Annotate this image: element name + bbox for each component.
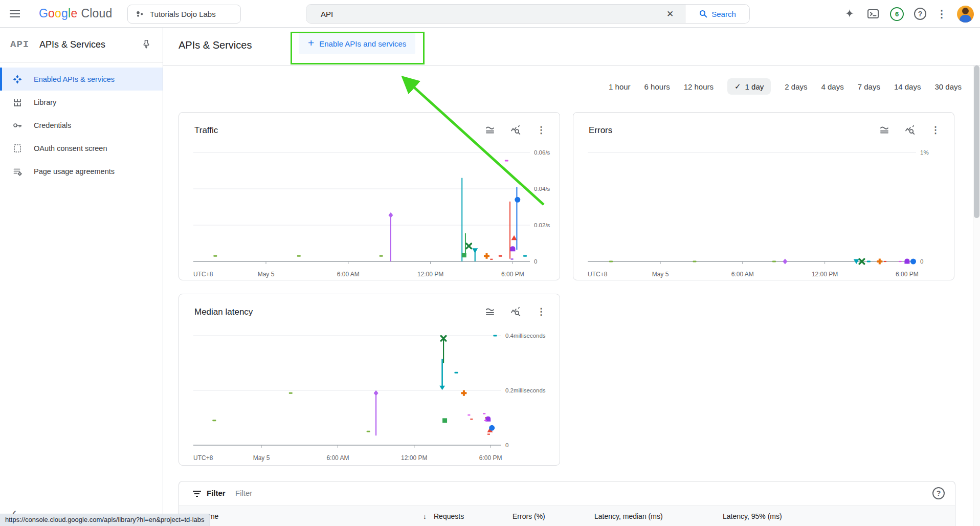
sidebar-item-enabled-apis[interactable]: Enabled APIs & services <box>0 68 163 91</box>
errors-card: Errors ⋮ 01%UTC+8May 56:00 AM12:00 PM6:0… <box>573 112 954 280</box>
pin-icon[interactable] <box>141 39 151 49</box>
time-range-14-days[interactable]: 14 days <box>894 82 921 91</box>
time-range-30-days[interactable]: 30 days <box>934 82 962 91</box>
sidebar-item-oauth[interactable]: OAuth consent screen <box>0 137 163 160</box>
search-icon <box>699 9 708 18</box>
avatar-image <box>962 8 969 14</box>
sidebar-item-label: OAuth consent screen <box>34 144 107 152</box>
time-range-1-hour[interactable]: 1 hour <box>609 82 631 91</box>
api-logo: API <box>10 39 29 50</box>
status-url-tooltip: https://console.cloud.google.com/apis/li… <box>0 514 210 526</box>
column-latency-median[interactable]: Latency, median (ms) <box>594 512 663 520</box>
sidebar-nav: Enabled APIs & services Library Credenti… <box>0 62 163 183</box>
sidebar-title: APIs & Services <box>39 39 105 50</box>
main-header: APIs & Services <box>163 28 980 65</box>
svg-text:6:00 AM: 6:00 AM <box>326 454 349 462</box>
api-table-section: Filter Filter ? Name ↓ Requests Errors (… <box>179 481 955 526</box>
sidebar-item-label: Library <box>34 98 56 106</box>
search-value: API <box>321 10 662 18</box>
agreements-icon <box>12 166 23 177</box>
svg-text:UTC+8: UTC+8 <box>193 271 213 278</box>
page-title: APIs & Services <box>179 39 252 51</box>
median-latency-chart: 00.2milliseconds0.4millisecondsUTC+8May … <box>179 294 560 465</box>
table-help-icon[interactable]: ? <box>932 487 945 499</box>
library-icon <box>12 97 23 107</box>
google-wordmark: Google <box>39 7 77 20</box>
errors-chart: 01%UTC+8May 56:00 AM12:00 PM6:00 PM <box>573 113 954 280</box>
avatar[interactable] <box>957 6 974 23</box>
sidebar-item-label: Credentials <box>34 121 71 129</box>
svg-text:0.06/s: 0.06/s <box>534 149 550 156</box>
column-latency-95[interactable]: Latency, 95% (ms) <box>723 512 782 520</box>
svg-text:May 5: May 5 <box>258 271 275 278</box>
project-icon <box>135 9 145 19</box>
gemini-sparkle-icon[interactable] <box>843 7 856 20</box>
time-range-2-days[interactable]: 2 days <box>785 82 807 91</box>
table-header: Name ↓ Requests Errors (%) Latency, medi… <box>179 506 955 526</box>
search-button[interactable]: Search <box>685 5 749 23</box>
median-latency-card: Median latency ⋮ 00.2milliseconds0.4mill… <box>179 294 560 466</box>
project-selector[interactable]: Tutorials Dojo Labs <box>127 5 241 24</box>
svg-text:0.04/s: 0.04/s <box>534 186 550 192</box>
search-input[interactable]: API ✕ <box>306 5 685 23</box>
time-range-12-hours[interactable]: 12 hours <box>684 82 714 91</box>
svg-text:0: 0 <box>534 258 537 265</box>
filter-input[interactable]: Filter <box>235 489 252 497</box>
svg-text:12:00 PM: 12:00 PM <box>812 271 838 278</box>
sidebar-header: API APIs & Services <box>0 28 163 62</box>
sort-desc-icon[interactable]: ↓ <box>423 512 427 520</box>
oauth-consent-icon <box>12 143 23 154</box>
more-options-icon[interactable]: ⋮ <box>937 8 947 20</box>
search-bar: API ✕ Search <box>306 4 750 24</box>
svg-text:0.4milliseconds: 0.4milliseconds <box>505 333 546 339</box>
cloud-shell-icon[interactable] <box>866 7 880 20</box>
sidebar: API APIs & Services Enabled APIs & servi… <box>0 28 163 526</box>
svg-text:6:00 AM: 6:00 AM <box>731 271 754 278</box>
svg-text:12:00 PM: 12:00 PM <box>401 454 427 462</box>
svg-text:6:00 AM: 6:00 AM <box>337 271 360 278</box>
project-name: Tutorials Dojo Labs <box>150 10 216 18</box>
svg-text:6:00 PM: 6:00 PM <box>896 271 919 278</box>
enable-apis-button-label: Enable APIs and services <box>319 39 406 48</box>
time-range-7-days[interactable]: 7 days <box>858 82 880 91</box>
svg-text:6:00 PM: 6:00 PM <box>479 454 502 462</box>
traffic-card: Traffic ⋮ 00.02/s0.04/s0.06/sUTC+8May 56… <box>179 112 560 280</box>
app-root: Google Cloud Tutorials Dojo Labs API ✕ S… <box>0 0 980 526</box>
sidebar-item-label: Enabled APIs & services <box>34 75 115 83</box>
plus-icon: + <box>308 37 314 49</box>
enable-apis-button[interactable]: + Enable APIs and services <box>299 33 415 54</box>
check-icon: ✓ <box>734 82 741 91</box>
svg-text:0: 0 <box>920 258 923 265</box>
column-requests[interactable]: Requests <box>434 512 464 520</box>
svg-text:1%: 1% <box>920 149 929 156</box>
help-icon[interactable]: ? <box>914 8 926 20</box>
scrollbar[interactable] <box>973 65 980 526</box>
key-icon <box>12 120 23 130</box>
svg-text:UTC+8: UTC+8 <box>588 271 608 278</box>
svg-text:May 5: May 5 <box>652 271 669 278</box>
svg-text:0.2milliseconds: 0.2milliseconds <box>505 387 546 393</box>
filter-row: Filter Filter ? <box>179 481 955 506</box>
filter-label: Filter <box>207 489 226 497</box>
scrollbar-thumb[interactable] <box>974 65 979 218</box>
time-range-6-hours[interactable]: 6 hours <box>644 82 670 91</box>
column-errors[interactable]: Errors (%) <box>513 512 545 520</box>
sidebar-item-library[interactable]: Library <box>0 91 163 114</box>
time-range-4-days[interactable]: 4 days <box>821 82 844 91</box>
svg-text:May 5: May 5 <box>253 454 270 462</box>
search-button-label: Search <box>711 10 736 18</box>
clear-search-icon[interactable]: ✕ <box>662 9 678 19</box>
menu-icon[interactable] <box>8 7 21 20</box>
time-range-bar: 1 hour 6 hours 12 hours ✓1 day 2 days 4 … <box>609 78 962 95</box>
sidebar-item-page-usage[interactable]: Page usage agreements <box>0 160 163 183</box>
topbar-actions: 6 ? ⋮ <box>843 0 974 28</box>
filter-icon <box>192 490 202 497</box>
traffic-chart: 00.02/s0.04/s0.06/sUTC+8May 56:00 AM12:0… <box>179 113 560 280</box>
notifications-badge[interactable]: 6 <box>890 7 904 21</box>
svg-text:0.02/s: 0.02/s <box>534 222 550 228</box>
time-range-1-day[interactable]: ✓1 day <box>727 78 771 95</box>
sidebar-item-credentials[interactable]: Credentials <box>0 114 163 137</box>
svg-text:12:00 PM: 12:00 PM <box>417 271 443 278</box>
cloud-wordmark: Cloud <box>81 7 112 20</box>
google-cloud-logo[interactable]: Google Cloud <box>39 7 113 20</box>
